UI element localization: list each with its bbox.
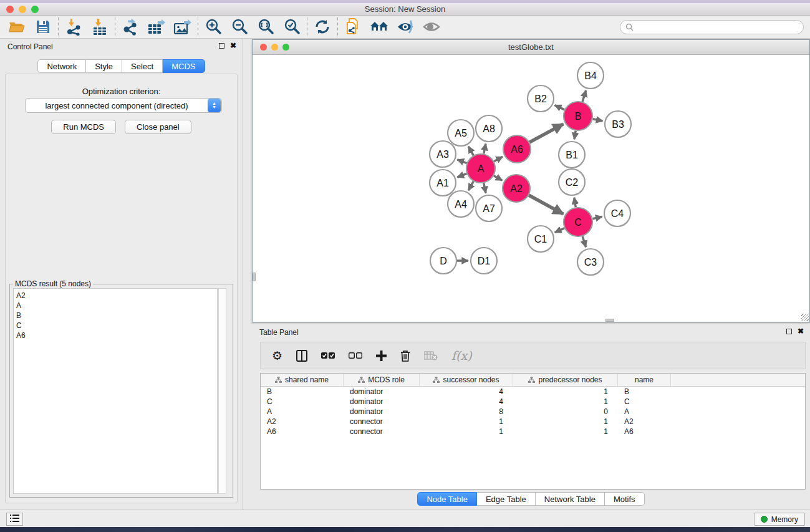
table-cell[interactable]: connector [344, 427, 420, 437]
float-panel-icon[interactable] [219, 43, 224, 49]
graph-node-B2[interactable]: B2 [528, 85, 554, 112]
graph-node-A[interactable]: A [466, 154, 495, 183]
graph-edge-A-A5[interactable] [468, 147, 473, 155]
float-table-panel-icon[interactable] [786, 329, 792, 334]
network-canvas[interactable]: B4B2BB3A8A5A6A3B1AA1C2A2A4A7C4CC1DD1C3 [253, 56, 809, 322]
graph-node-D1[interactable]: D1 [471, 248, 497, 274]
column-header-name[interactable]: name [618, 374, 671, 386]
deselect-checkboxes-icon[interactable] [349, 352, 362, 359]
graph-edge-A-A6[interactable] [494, 157, 503, 161]
graph-node-C4[interactable]: C4 [604, 200, 630, 226]
network-titlebar[interactable]: testGlobe.txt [253, 40, 809, 55]
graph-node-C2[interactable]: C2 [559, 169, 585, 195]
table-cell[interactable]: 1 [513, 427, 618, 437]
graph-node-C1[interactable]: C1 [528, 226, 554, 252]
export-network-icon[interactable] [117, 17, 143, 37]
table-cell[interactable]: 1 [513, 387, 618, 397]
table-cell[interactable]: dominator [344, 397, 420, 407]
table-cell[interactable]: dominator [344, 407, 420, 417]
delete-column-icon[interactable] [400, 350, 410, 362]
graph-node-A1[interactable]: A1 [430, 170, 456, 196]
graph-node-D[interactable]: D [430, 248, 456, 274]
table-row[interactable]: A2connector11A2 [261, 417, 805, 427]
memory-button[interactable]: Memory [754, 513, 805, 526]
tab-network-table[interactable]: Network Table [536, 492, 605, 506]
task-history-button[interactable] [6, 513, 23, 526]
table-cell[interactable]: 0 [513, 407, 618, 417]
home-network-icon[interactable] [366, 17, 392, 37]
graph-edge-B-B1[interactable] [574, 131, 576, 140]
import-table-icon[interactable] [87, 17, 113, 37]
close-panel-button[interactable]: Close panel [125, 120, 191, 134]
zoom-in-icon[interactable] [200, 17, 226, 37]
add-column-icon[interactable] [376, 351, 387, 361]
graph-edge-C-C2[interactable] [574, 198, 576, 208]
table-cell[interactable]: 8 [420, 407, 513, 417]
graph-node-A3[interactable]: A3 [430, 141, 456, 167]
graph-edge-A-A4[interactable] [468, 181, 473, 190]
show-eye-icon[interactable] [418, 17, 445, 37]
graph-node-A6[interactable]: A6 [503, 135, 531, 163]
table-cell[interactable]: 4 [420, 387, 513, 397]
result-item[interactable]: B [16, 311, 217, 321]
graph-edge-A-A1[interactable] [457, 173, 466, 177]
table-cell[interactable]: dominator [344, 387, 420, 397]
column-header-MCDS-role[interactable]: MCDS role [344, 374, 420, 386]
column-header-successor-nodes[interactable]: successor nodes [420, 374, 513, 386]
graph-node-A7[interactable]: A7 [476, 195, 502, 221]
tab-node-table[interactable]: Node Table [417, 492, 477, 506]
network-hscroll-thumb[interactable] [605, 319, 614, 322]
graph-edge-A-A3[interactable] [457, 160, 466, 163]
graph-node-B4[interactable]: B4 [577, 62, 604, 89]
table-row[interactable]: Adominator80A [261, 407, 805, 417]
result-item[interactable]: A [16, 301, 217, 311]
run-mcds-button[interactable]: Run MCDS [51, 120, 116, 134]
graph-node-A4[interactable]: A4 [448, 191, 474, 217]
graph-node-A2[interactable]: A2 [503, 175, 530, 202]
graph-edge-A2-C[interactable] [529, 195, 563, 214]
result-item[interactable]: C [16, 321, 217, 331]
table-cell[interactable]: 1 [513, 397, 618, 407]
graph-edge-A-A8[interactable] [484, 143, 486, 153]
table-cell[interactable]: A2 [261, 417, 344, 427]
resize-grip[interactable] [801, 314, 809, 321]
result-item[interactable]: A6 [16, 331, 217, 341]
tab-motifs[interactable]: Motifs [605, 492, 645, 506]
table-cell[interactable]: 1 [420, 427, 513, 437]
close-table-panel-icon[interactable]: ✖ [798, 328, 804, 334]
table-cell[interactable]: connector [344, 417, 420, 427]
network-vscroll-thumb[interactable] [253, 273, 256, 281]
table-cell[interactable]: 1 [420, 417, 513, 427]
graph-edge-B-B2[interactable] [555, 105, 565, 110]
graph-edge-A6-B[interactable] [529, 124, 563, 142]
graph-edge-B-B3[interactable] [593, 119, 603, 121]
table-row[interactable]: Cdominator41C [261, 397, 805, 407]
graph-edge-A-A7[interactable] [484, 183, 486, 193]
search-input[interactable] [620, 20, 804, 34]
table-cell[interactable]: A [618, 407, 671, 417]
table-row[interactable]: Bdominator41B [261, 387, 805, 397]
graph-node-B1[interactable]: B1 [559, 142, 585, 168]
function-builder-icon[interactable]: f(x) [451, 349, 472, 362]
table-cell[interactable]: A [261, 407, 344, 417]
table-cell[interactable]: A2 [618, 417, 671, 427]
table-cell[interactable]: A6 [261, 427, 344, 437]
table-cell[interactable]: B [261, 387, 344, 397]
graph-edge-C-C1[interactable] [555, 228, 564, 233]
close-panel-icon[interactable]: ✖ [230, 42, 236, 49]
graph-node-A5[interactable]: A5 [448, 120, 474, 146]
delete-table-icon[interactable] [424, 351, 438, 360]
select-all-checkboxes-icon[interactable] [321, 352, 335, 359]
graph-node-C[interactable]: C [564, 208, 592, 236]
zoom-fit-icon[interactable] [253, 17, 279, 37]
table-row[interactable]: A6connector11A6 [261, 427, 805, 437]
column-header-predecessor-nodes[interactable]: predecessor nodes [513, 374, 618, 386]
zoom-out-icon[interactable] [226, 17, 253, 37]
tab-style[interactable]: Style [86, 59, 122, 73]
table-cell[interactable]: 1 [513, 417, 618, 427]
graph-node-A8[interactable]: A8 [476, 115, 502, 142]
import-network-icon[interactable] [60, 17, 87, 37]
refresh-layout-icon[interactable] [309, 17, 335, 37]
table-cell[interactable]: C [261, 397, 344, 407]
zoom-selected-icon[interactable] [279, 17, 305, 37]
